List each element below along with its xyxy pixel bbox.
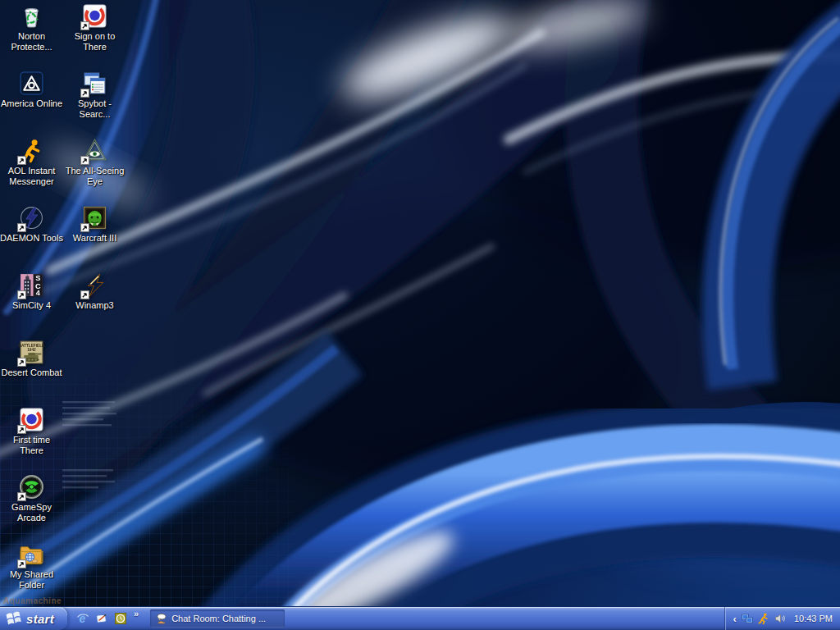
eye-icon [81, 137, 108, 164]
desktop-icon-label: Norton Protecte... [1, 31, 63, 52]
desktop-icon-label: America Online [1, 98, 62, 109]
desktop-icon-aol-instant-messenger[interactable]: AOL Instant Messenger [0, 137, 63, 187]
desktop-icon-first-time-there[interactable]: First time There [0, 406, 63, 456]
shortcut-arrow-icon [80, 290, 89, 299]
aim-icon [18, 137, 45, 164]
desktop-icon-warcraft-iii[interactable]: Warcraft III [63, 204, 126, 244]
start-button-label: start [26, 612, 54, 626]
desktop-icon-norton-protected-recycle-bin[interactable]: Norton Protecte... [0, 2, 63, 52]
quick-launch-internet-explorer[interactable] [75, 610, 91, 627]
aim-icon [757, 612, 770, 625]
desktop-icon-label: Spybot - Searc... [64, 98, 126, 120]
desktop-icon-gamespy-arcade[interactable]: GameSpy Arcade [0, 473, 63, 523]
shortcut-arrow-icon [17, 223, 26, 232]
quick-launch-bar [67, 607, 130, 630]
desktop-icon-winamp3[interactable]: Winamp3 [63, 272, 126, 311]
shortcut-arrow-icon [80, 89, 89, 98]
desktop-icon-my-shared-folder[interactable]: My Shared Folder [0, 541, 63, 591]
recycle-icon [18, 2, 45, 30]
there-icon [18, 406, 45, 433]
task-buttons: Chat Room: Chatting ... [142, 607, 285, 630]
quick-launch-show-desktop[interactable] [94, 610, 110, 627]
desktop-icon-sign-on-to-there[interactable]: Sign on to There [63, 2, 126, 52]
tray-network[interactable] [741, 612, 755, 626]
shortcut-arrow-icon [17, 492, 26, 501]
shortcut-arrow-icon [17, 156, 26, 165]
shortcut-arrow-icon [17, 425, 26, 434]
quick-launch-overflow-button[interactable]: » [130, 609, 142, 619]
desktop-icon-desert-combat[interactable]: Desert Combat [0, 339, 63, 378]
showdesk-icon [95, 612, 108, 625]
aol-icon [18, 70, 45, 97]
winamp-icon [81, 272, 108, 299]
folder-shared-icon [18, 541, 45, 568]
desktop-icon-the-all-seeing-eye[interactable]: The All-Seeing Eye [63, 137, 126, 187]
desktop-icon-america-online[interactable]: America Online [0, 70, 63, 109]
desktop-icon-daemon-tools[interactable]: DAEMON Tools [0, 204, 63, 244]
desktop-icon-label: My Shared Folder [1, 569, 63, 591]
desktop-icon-label: Desert Combat [2, 368, 62, 378]
windows-flag-icon [5, 609, 23, 628]
volume-icon [774, 612, 787, 625]
clockapp-icon [114, 612, 127, 625]
daemon-icon [18, 204, 45, 231]
desktop-icon-label: First time There [1, 435, 63, 456]
ie-icon [76, 612, 89, 625]
desktop-icon-label: DAEMON Tools [0, 233, 63, 244]
desktop-icon-label: Winamp3 [75, 300, 113, 311]
shortcut-arrow-icon [80, 223, 89, 232]
shortcut-arrow-icon [17, 559, 26, 568]
start-button[interactable]: start [0, 607, 67, 630]
battlefield-icon [18, 339, 45, 366]
spybot-icon [81, 70, 108, 97]
desktop-icon-label: The All-Seeing Eye [64, 166, 126, 187]
gamespy-icon [18, 473, 45, 500]
shortcut-arrow-icon [80, 21, 89, 30]
desktop-icon-label: GameSpy Arcade [1, 502, 63, 523]
desktop-icon-label: Warcraft III [73, 233, 116, 244]
tray-collapse-button[interactable]: ‹ [732, 613, 738, 625]
taskbar: start » Chat Room: Chatting ... ‹ 10:43 … [0, 606, 840, 630]
desktop-icon-label: SimCity 4 [12, 300, 51, 311]
tray-volume[interactable] [774, 612, 788, 626]
warcraft-icon [81, 204, 108, 231]
there-icon [81, 2, 108, 30]
shortcut-arrow-icon [17, 358, 26, 367]
shortcut-arrow-icon [17, 290, 26, 299]
quick-launch-clock-app[interactable] [112, 610, 129, 627]
system-tray: ‹ 10:43 PM [725, 607, 840, 630]
chat-bubble-hand-icon [155, 613, 167, 625]
task-chat-room[interactable]: Chat Room: Chatting ... [150, 609, 285, 628]
tray-aim[interactable] [757, 612, 771, 626]
network-icon [741, 612, 754, 625]
tray-icons [741, 612, 788, 626]
desktop-icon-spybot-search-destroy[interactable]: Spybot - Searc... [63, 70, 126, 120]
desktop-icon-simcity-4[interactable]: SimCity 4 [0, 272, 63, 311]
shortcut-arrow-icon [80, 156, 89, 165]
task-button-label: Chat Room: Chatting ... [171, 614, 266, 623]
desktop-icons-layer: Norton Protecte... Sign on to There Amer… [0, 0, 840, 607]
desktop-icon-label: Sign on to There [64, 31, 126, 52]
desktop-icon-label: AOL Instant Messenger [1, 166, 63, 187]
taskbar-clock[interactable]: 10:43 PM [794, 614, 833, 623]
desktop: Aquamachine Norton Protecte... Sign on t… [0, 0, 840, 630]
simcity-icon [18, 272, 45, 299]
